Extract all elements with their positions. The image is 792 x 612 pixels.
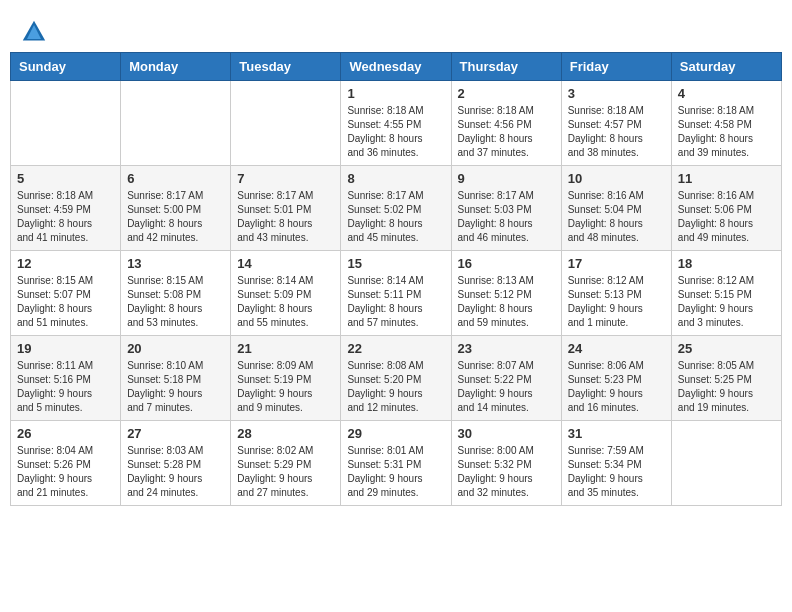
day-number-4: 4 bbox=[678, 86, 775, 101]
calendar-day-30: 30Sunrise: 8:00 AM Sunset: 5:32 PM Dayli… bbox=[451, 421, 561, 506]
weekday-header-friday: Friday bbox=[561, 53, 671, 81]
day-number-3: 3 bbox=[568, 86, 665, 101]
day-info-10: Sunrise: 8:16 AM Sunset: 5:04 PM Dayligh… bbox=[568, 189, 665, 245]
day-number-31: 31 bbox=[568, 426, 665, 441]
calendar-day-25: 25Sunrise: 8:05 AM Sunset: 5:25 PM Dayli… bbox=[671, 336, 781, 421]
calendar-week-1: 1Sunrise: 8:18 AM Sunset: 4:55 PM Daylig… bbox=[11, 81, 782, 166]
day-info-13: Sunrise: 8:15 AM Sunset: 5:08 PM Dayligh… bbox=[127, 274, 224, 330]
day-info-22: Sunrise: 8:08 AM Sunset: 5:20 PM Dayligh… bbox=[347, 359, 444, 415]
day-info-14: Sunrise: 8:14 AM Sunset: 5:09 PM Dayligh… bbox=[237, 274, 334, 330]
day-number-16: 16 bbox=[458, 256, 555, 271]
calendar-day-13: 13Sunrise: 8:15 AM Sunset: 5:08 PM Dayli… bbox=[121, 251, 231, 336]
day-number-12: 12 bbox=[17, 256, 114, 271]
calendar-day-15: 15Sunrise: 8:14 AM Sunset: 5:11 PM Dayli… bbox=[341, 251, 451, 336]
calendar-day-10: 10Sunrise: 8:16 AM Sunset: 5:04 PM Dayli… bbox=[561, 166, 671, 251]
day-number-27: 27 bbox=[127, 426, 224, 441]
calendar-day-5: 5Sunrise: 8:18 AM Sunset: 4:59 PM Daylig… bbox=[11, 166, 121, 251]
day-number-21: 21 bbox=[237, 341, 334, 356]
calendar-day-11: 11Sunrise: 8:16 AM Sunset: 5:06 PM Dayli… bbox=[671, 166, 781, 251]
day-number-13: 13 bbox=[127, 256, 224, 271]
day-info-23: Sunrise: 8:07 AM Sunset: 5:22 PM Dayligh… bbox=[458, 359, 555, 415]
day-info-9: Sunrise: 8:17 AM Sunset: 5:03 PM Dayligh… bbox=[458, 189, 555, 245]
day-number-25: 25 bbox=[678, 341, 775, 356]
empty-cell bbox=[11, 81, 121, 166]
day-info-2: Sunrise: 8:18 AM Sunset: 4:56 PM Dayligh… bbox=[458, 104, 555, 160]
day-info-7: Sunrise: 8:17 AM Sunset: 5:01 PM Dayligh… bbox=[237, 189, 334, 245]
calendar-day-6: 6Sunrise: 8:17 AM Sunset: 5:00 PM Daylig… bbox=[121, 166, 231, 251]
logo-icon bbox=[20, 18, 48, 46]
day-number-30: 30 bbox=[458, 426, 555, 441]
day-number-6: 6 bbox=[127, 171, 224, 186]
calendar-week-5: 26Sunrise: 8:04 AM Sunset: 5:26 PM Dayli… bbox=[11, 421, 782, 506]
day-info-29: Sunrise: 8:01 AM Sunset: 5:31 PM Dayligh… bbox=[347, 444, 444, 500]
day-info-12: Sunrise: 8:15 AM Sunset: 5:07 PM Dayligh… bbox=[17, 274, 114, 330]
day-info-17: Sunrise: 8:12 AM Sunset: 5:13 PM Dayligh… bbox=[568, 274, 665, 330]
weekday-header-row: SundayMondayTuesdayWednesdayThursdayFrid… bbox=[11, 53, 782, 81]
day-number-28: 28 bbox=[237, 426, 334, 441]
day-number-23: 23 bbox=[458, 341, 555, 356]
calendar-day-18: 18Sunrise: 8:12 AM Sunset: 5:15 PM Dayli… bbox=[671, 251, 781, 336]
day-number-11: 11 bbox=[678, 171, 775, 186]
weekday-header-tuesday: Tuesday bbox=[231, 53, 341, 81]
day-number-7: 7 bbox=[237, 171, 334, 186]
calendar-day-16: 16Sunrise: 8:13 AM Sunset: 5:12 PM Dayli… bbox=[451, 251, 561, 336]
day-number-2: 2 bbox=[458, 86, 555, 101]
day-number-22: 22 bbox=[347, 341, 444, 356]
calendar-day-12: 12Sunrise: 8:15 AM Sunset: 5:07 PM Dayli… bbox=[11, 251, 121, 336]
calendar-day-20: 20Sunrise: 8:10 AM Sunset: 5:18 PM Dayli… bbox=[121, 336, 231, 421]
weekday-header-thursday: Thursday bbox=[451, 53, 561, 81]
weekday-header-monday: Monday bbox=[121, 53, 231, 81]
day-info-16: Sunrise: 8:13 AM Sunset: 5:12 PM Dayligh… bbox=[458, 274, 555, 330]
day-info-6: Sunrise: 8:17 AM Sunset: 5:00 PM Dayligh… bbox=[127, 189, 224, 245]
day-number-5: 5 bbox=[17, 171, 114, 186]
day-info-1: Sunrise: 8:18 AM Sunset: 4:55 PM Dayligh… bbox=[347, 104, 444, 160]
calendar-week-3: 12Sunrise: 8:15 AM Sunset: 5:07 PM Dayli… bbox=[11, 251, 782, 336]
day-info-25: Sunrise: 8:05 AM Sunset: 5:25 PM Dayligh… bbox=[678, 359, 775, 415]
empty-cell bbox=[231, 81, 341, 166]
day-info-28: Sunrise: 8:02 AM Sunset: 5:29 PM Dayligh… bbox=[237, 444, 334, 500]
day-number-17: 17 bbox=[568, 256, 665, 271]
day-number-1: 1 bbox=[347, 86, 444, 101]
day-number-10: 10 bbox=[568, 171, 665, 186]
day-info-30: Sunrise: 8:00 AM Sunset: 5:32 PM Dayligh… bbox=[458, 444, 555, 500]
day-info-24: Sunrise: 8:06 AM Sunset: 5:23 PM Dayligh… bbox=[568, 359, 665, 415]
calendar-day-3: 3Sunrise: 8:18 AM Sunset: 4:57 PM Daylig… bbox=[561, 81, 671, 166]
weekday-header-sunday: Sunday bbox=[11, 53, 121, 81]
day-info-19: Sunrise: 8:11 AM Sunset: 5:16 PM Dayligh… bbox=[17, 359, 114, 415]
calendar-week-4: 19Sunrise: 8:11 AM Sunset: 5:16 PM Dayli… bbox=[11, 336, 782, 421]
day-number-19: 19 bbox=[17, 341, 114, 356]
day-number-20: 20 bbox=[127, 341, 224, 356]
day-info-18: Sunrise: 8:12 AM Sunset: 5:15 PM Dayligh… bbox=[678, 274, 775, 330]
day-number-18: 18 bbox=[678, 256, 775, 271]
day-number-9: 9 bbox=[458, 171, 555, 186]
day-info-31: Sunrise: 7:59 AM Sunset: 5:34 PM Dayligh… bbox=[568, 444, 665, 500]
weekday-header-saturday: Saturday bbox=[671, 53, 781, 81]
day-info-15: Sunrise: 8:14 AM Sunset: 5:11 PM Dayligh… bbox=[347, 274, 444, 330]
calendar-day-1: 1Sunrise: 8:18 AM Sunset: 4:55 PM Daylig… bbox=[341, 81, 451, 166]
calendar-day-8: 8Sunrise: 8:17 AM Sunset: 5:02 PM Daylig… bbox=[341, 166, 451, 251]
calendar-week-2: 5Sunrise: 8:18 AM Sunset: 4:59 PM Daylig… bbox=[11, 166, 782, 251]
calendar-day-29: 29Sunrise: 8:01 AM Sunset: 5:31 PM Dayli… bbox=[341, 421, 451, 506]
page-header bbox=[10, 10, 782, 52]
day-number-24: 24 bbox=[568, 341, 665, 356]
calendar-day-24: 24Sunrise: 8:06 AM Sunset: 5:23 PM Dayli… bbox=[561, 336, 671, 421]
day-number-14: 14 bbox=[237, 256, 334, 271]
day-number-8: 8 bbox=[347, 171, 444, 186]
calendar-day-19: 19Sunrise: 8:11 AM Sunset: 5:16 PM Dayli… bbox=[11, 336, 121, 421]
day-info-8: Sunrise: 8:17 AM Sunset: 5:02 PM Dayligh… bbox=[347, 189, 444, 245]
calendar-day-28: 28Sunrise: 8:02 AM Sunset: 5:29 PM Dayli… bbox=[231, 421, 341, 506]
calendar-day-9: 9Sunrise: 8:17 AM Sunset: 5:03 PM Daylig… bbox=[451, 166, 561, 251]
calendar-day-7: 7Sunrise: 8:17 AM Sunset: 5:01 PM Daylig… bbox=[231, 166, 341, 251]
day-number-15: 15 bbox=[347, 256, 444, 271]
day-info-5: Sunrise: 8:18 AM Sunset: 4:59 PM Dayligh… bbox=[17, 189, 114, 245]
calendar-day-22: 22Sunrise: 8:08 AM Sunset: 5:20 PM Dayli… bbox=[341, 336, 451, 421]
calendar-day-27: 27Sunrise: 8:03 AM Sunset: 5:28 PM Dayli… bbox=[121, 421, 231, 506]
weekday-header-wednesday: Wednesday bbox=[341, 53, 451, 81]
day-number-26: 26 bbox=[17, 426, 114, 441]
calendar-day-14: 14Sunrise: 8:14 AM Sunset: 5:09 PM Dayli… bbox=[231, 251, 341, 336]
day-info-27: Sunrise: 8:03 AM Sunset: 5:28 PM Dayligh… bbox=[127, 444, 224, 500]
empty-cell bbox=[121, 81, 231, 166]
day-info-11: Sunrise: 8:16 AM Sunset: 5:06 PM Dayligh… bbox=[678, 189, 775, 245]
day-number-29: 29 bbox=[347, 426, 444, 441]
calendar-day-26: 26Sunrise: 8:04 AM Sunset: 5:26 PM Dayli… bbox=[11, 421, 121, 506]
